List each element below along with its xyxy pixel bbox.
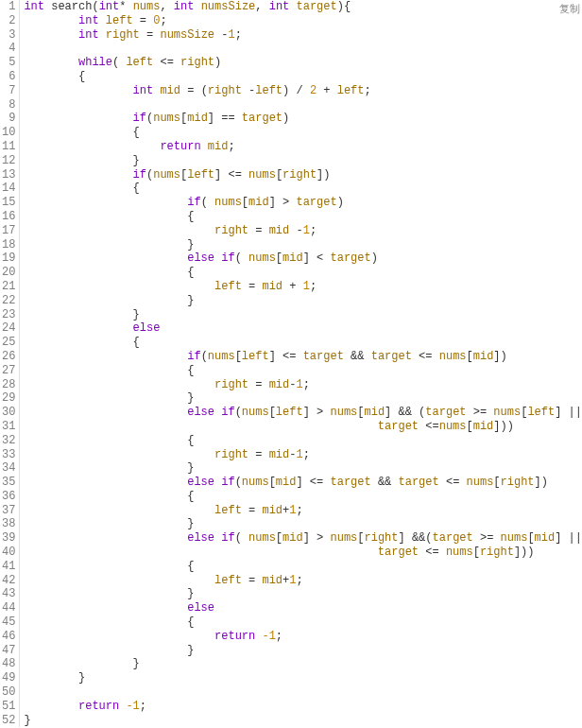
- code-line: {: [24, 266, 582, 280]
- line-number: 1: [0, 0, 15, 14]
- line-number-gutter: 1234567891011121314151617181920212223242…: [0, 0, 20, 727]
- line-number: 34: [0, 461, 15, 476]
- code-line: left = mid+1;: [24, 504, 582, 518]
- code-area[interactable]: int search(int* nums, int numsSize, int …: [20, 0, 582, 727]
- line-number: 49: [0, 671, 15, 685]
- line-number: 44: [0, 601, 15, 615]
- code-line: return -1;: [24, 700, 582, 714]
- code-line: {: [24, 210, 582, 224]
- code-line: {: [24, 560, 582, 574]
- line-number: 28: [0, 378, 15, 392]
- line-number: 32: [0, 434, 15, 448]
- code-line: if(nums[mid] == target): [24, 112, 582, 126]
- line-number: 5: [0, 56, 15, 70]
- line-number: 39: [0, 531, 15, 546]
- code-line: }: [24, 714, 582, 728]
- code-line: right = mid-1;: [24, 378, 582, 392]
- line-number: 52: [0, 714, 15, 728]
- line-number: 2: [0, 14, 15, 28]
- line-number: 24: [0, 321, 15, 336]
- code-line: else if(nums[mid] <= target && target <=…: [24, 476, 582, 490]
- line-number: 30: [0, 406, 15, 420]
- code-line: return mid;: [24, 140, 582, 154]
- line-number: 29: [0, 391, 15, 406]
- code-line: }: [24, 238, 582, 252]
- code-line: left = mid + 1;: [24, 280, 582, 294]
- line-number: 46: [0, 630, 15, 644]
- code-line: right = mid -1;: [24, 224, 582, 238]
- code-line: }: [24, 657, 582, 671]
- code-line: }: [24, 644, 582, 658]
- code-line: target <=nums[mid])): [24, 420, 582, 434]
- line-number: 20: [0, 266, 15, 280]
- line-number: 18: [0, 238, 15, 252]
- line-number: 6: [0, 70, 15, 84]
- code-line: [24, 98, 582, 113]
- code-line: }: [24, 154, 582, 168]
- code-line: }: [24, 517, 582, 531]
- line-number: 21: [0, 280, 15, 294]
- code-line: {: [24, 336, 582, 350]
- line-number: 9: [0, 112, 15, 126]
- code-line: else if(nums[left] > nums[mid] && (targe…: [24, 406, 582, 420]
- code-line: right = mid-1;: [24, 448, 582, 462]
- line-number: 45: [0, 615, 15, 630]
- code-line: {: [24, 126, 582, 140]
- line-number: 27: [0, 364, 15, 378]
- line-number: 10: [0, 126, 15, 140]
- code-line: else if( nums[mid] > nums[right] &&(targ…: [24, 531, 582, 546]
- code-container: 1234567891011121314151617181920212223242…: [0, 0, 582, 727]
- code-line: int right = numsSize -1;: [24, 28, 582, 43]
- code-line: {: [24, 364, 582, 378]
- code-line: else: [24, 321, 582, 336]
- line-number: 26: [0, 350, 15, 364]
- line-number: 35: [0, 476, 15, 490]
- copy-button[interactable]: 复制: [559, 2, 580, 16]
- line-number: 22: [0, 294, 15, 308]
- code-line: [24, 42, 582, 56]
- code-line: while( left <= right): [24, 56, 582, 70]
- line-number: 4: [0, 42, 15, 56]
- line-number: 43: [0, 587, 15, 601]
- code-line: {: [24, 490, 582, 504]
- line-number: 17: [0, 224, 15, 238]
- code-line: int search(int* nums, int numsSize, int …: [24, 0, 582, 14]
- code-line: else: [24, 601, 582, 615]
- line-number: 14: [0, 182, 15, 196]
- line-number: 37: [0, 504, 15, 518]
- line-number: 8: [0, 98, 15, 113]
- line-number: 48: [0, 657, 15, 671]
- line-number: 51: [0, 700, 15, 714]
- code-line: }: [24, 461, 582, 476]
- code-line: target <= nums[right])): [24, 546, 582, 560]
- code-line: int left = 0;: [24, 14, 582, 28]
- line-number: 25: [0, 336, 15, 350]
- line-number: 3: [0, 28, 15, 43]
- line-number: 33: [0, 448, 15, 462]
- code-line: else if( nums[mid] < target): [24, 251, 582, 266]
- code-line: }: [24, 671, 582, 685]
- code-line: }: [24, 294, 582, 308]
- code-line: {: [24, 182, 582, 196]
- line-number: 50: [0, 685, 15, 700]
- line-number: 42: [0, 574, 15, 588]
- code-line: if(nums[left] <= target && target <= num…: [24, 350, 582, 364]
- code-line: {: [24, 615, 582, 630]
- code-line: if( nums[mid] > target): [24, 196, 582, 210]
- code-line: {: [24, 70, 582, 84]
- code-line: return -1;: [24, 630, 582, 644]
- line-number: 15: [0, 196, 15, 210]
- line-number: 47: [0, 644, 15, 658]
- code-line: {: [24, 434, 582, 448]
- line-number: 36: [0, 490, 15, 504]
- line-number: 12: [0, 154, 15, 168]
- code-line: [24, 685, 582, 700]
- line-number: 41: [0, 560, 15, 574]
- code-line: left = mid+1;: [24, 574, 582, 588]
- line-number: 13: [0, 168, 15, 182]
- code-line: if(nums[left] <= nums[right]): [24, 168, 582, 182]
- line-number: 16: [0, 210, 15, 224]
- line-number: 11: [0, 140, 15, 154]
- line-number: 7: [0, 84, 15, 98]
- code-line: int mid = (right -left) / 2 + left;: [24, 84, 582, 98]
